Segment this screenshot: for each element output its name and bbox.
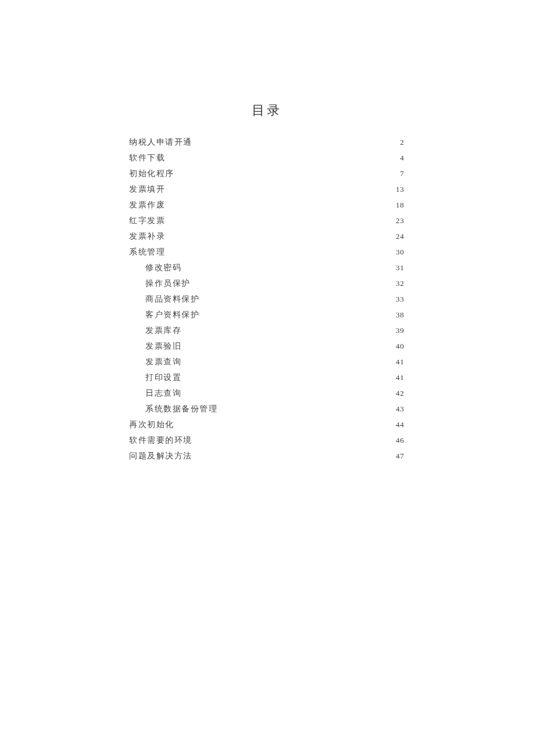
toc-entry[interactable]: 发票库存39 [129,323,404,338]
toc-dot-leader [191,278,395,286]
document-page: 目录 纳税人申请开通2软件下载4初始化程序7发票填开13发票作废18红字发票23… [0,0,535,464]
toc-dot-leader [193,435,395,443]
toc-entry[interactable]: 发票作废18 [129,197,404,213]
toc-entry-label: 发票验旧 [145,338,181,354]
toc-entry[interactable]: 红字发票23 [129,213,404,228]
toc-entry-label: 商品资料保护 [145,291,199,307]
toc-entry-label: 再次初始化 [129,417,174,432]
toc-dot-leader [193,451,395,459]
toc-entry[interactable]: 修改密码31 [129,260,404,275]
toc-entry-page: 40 [396,338,405,354]
toc-entry-page: 41 [396,370,405,385]
toc-entry[interactable]: 系统管理30 [129,244,404,260]
toc-entry-page: 18 [396,197,405,213]
toc-entry-page: 31 [396,260,405,275]
toc-dot-leader [182,263,395,271]
toc-entry-label: 问题及解决方法 [129,448,192,464]
toc-entry-label: 发票填开 [129,181,165,197]
toc-dot-leader [175,169,400,177]
toc-entry-page: 47 [396,448,405,464]
toc-entry-page: 46 [396,432,405,448]
toc-entry-page: 23 [396,213,405,228]
toc-dot-leader [200,294,395,302]
toc-entry[interactable]: 发票补录24 [129,228,404,244]
toc-dot-leader [175,420,395,428]
toc-entry-label: 发票作废 [129,197,165,213]
toc-entry[interactable]: 商品资料保护33 [129,291,404,307]
toc-dot-leader [166,247,395,255]
toc-entry-label: 发票库存 [145,323,181,338]
toc-entry-page: 38 [396,307,405,323]
toc-entry[interactable]: 操作员保护32 [129,275,404,291]
toc-entry-page: 13 [396,181,405,197]
toc-entry[interactable]: 软件下载4 [129,150,404,166]
toc-entry-page: 32 [396,275,405,291]
toc-dot-leader [218,404,395,412]
toc-entry-label: 操作员保护 [145,275,191,291]
toc-entry-label: 初始化程序 [129,166,174,181]
toc-entry-page: 30 [396,244,405,260]
toc-entry[interactable]: 发票查询41 [129,354,404,370]
toc-entry[interactable]: 发票填开13 [129,181,404,197]
toc-entry[interactable]: 纳税人申请开通2 [129,134,404,150]
toc-entry-label: 系统数据备份管理 [145,401,217,417]
toc-dot-leader [182,357,395,365]
toc-dot-leader [182,341,395,349]
toc-dot-leader [182,325,395,334]
toc-dot-leader [182,372,395,381]
toc-entry-label: 日志查询 [145,385,181,401]
toc-entry-page: 7 [400,166,404,181]
toc-entry-page: 24 [396,228,405,244]
toc-entry[interactable]: 系统数据备份管理43 [129,401,404,417]
toc-entry[interactable]: 打印设置41 [129,370,404,385]
toc-entry[interactable]: 问题及解决方法47 [129,448,404,464]
toc-entry[interactable]: 软件需要的环境46 [129,432,404,448]
toc-dot-leader [200,310,395,318]
page-title: 目录 [129,102,404,119]
toc-entry[interactable]: 初始化程序7 [129,166,404,181]
toc-dot-leader [166,200,395,208]
toc-entry-label: 红字发票 [129,213,165,228]
toc-entry[interactable]: 发票验旧40 [129,338,404,354]
toc-entry[interactable]: 再次初始化44 [129,417,404,432]
toc-entry-page: 4 [400,150,404,166]
toc-entry-page: 2 [400,134,404,150]
toc-dot-leader [166,153,400,161]
toc-entry-label: 纳税人申请开通 [129,134,192,150]
toc-list: 纳税人申请开通2软件下载4初始化程序7发票填开13发票作废18红字发票23发票补… [129,134,404,464]
toc-entry-label: 软件下载 [129,150,165,166]
toc-dot-leader [193,137,400,145]
toc-entry-label: 打印设置 [145,370,181,385]
toc-dot-leader [166,231,395,239]
toc-entry-label: 修改密码 [145,260,181,275]
toc-entry-label: 发票查询 [145,354,181,370]
toc-entry[interactable]: 日志查询42 [129,385,404,401]
toc-entry-page: 39 [396,323,405,338]
toc-entry-page: 33 [396,291,405,307]
toc-entry-label: 发票补录 [129,228,165,244]
toc-dot-leader [166,216,395,224]
toc-entry-page: 42 [396,385,405,401]
toc-entry-label: 系统管理 [129,244,165,260]
toc-dot-leader [182,388,395,396]
toc-entry-page: 43 [396,401,405,417]
toc-dot-leader [166,184,395,192]
toc-entry-label: 客户资料保护 [145,307,199,323]
toc-entry-page: 41 [396,354,405,370]
toc-entry-page: 44 [396,417,405,432]
toc-entry-label: 软件需要的环境 [129,432,192,448]
toc-entry[interactable]: 客户资料保护38 [129,307,404,323]
